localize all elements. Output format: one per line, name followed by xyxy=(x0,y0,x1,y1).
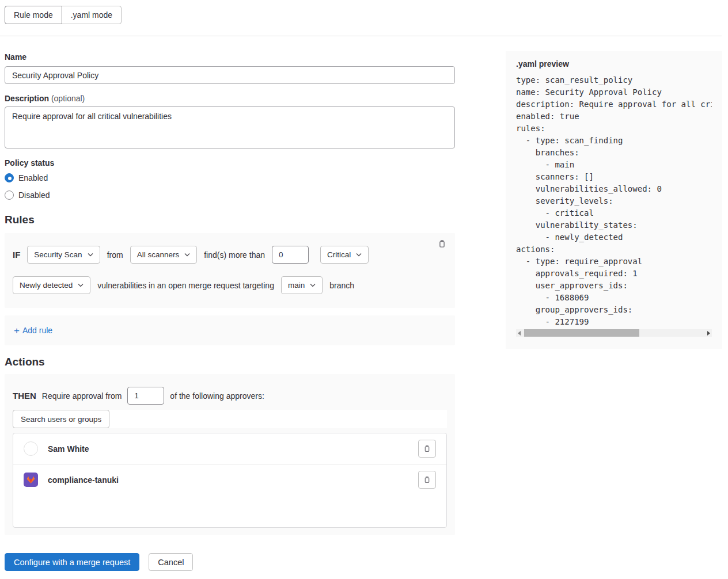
chevron-down-icon xyxy=(184,253,190,257)
then-row: THEN Require approval from of the follow… xyxy=(13,387,447,405)
approver-search-input[interactable]: Search users or groups xyxy=(13,410,109,428)
scroll-right-arrow-icon[interactable] xyxy=(707,331,710,336)
trash-icon xyxy=(423,475,431,484)
tanuki-icon xyxy=(26,475,36,485)
approver-search-strip: Search users or groups xyxy=(13,410,447,428)
tab-yaml-mode[interactable]: .yaml mode xyxy=(62,6,122,24)
delete-rule-button[interactable] xyxy=(436,238,448,250)
scrollbar-thumb[interactable] xyxy=(524,329,639,337)
scan-type-dropdown[interactable]: Security Scan xyxy=(27,246,100,264)
scroll-left-arrow-icon[interactable] xyxy=(518,331,521,336)
yaml-preview-panel: .yaml preview type: scan_result_policy n… xyxy=(506,51,722,349)
disabled-radio[interactable] xyxy=(5,191,14,200)
enabled-radio[interactable] xyxy=(5,173,14,182)
remove-approver-button[interactable] xyxy=(418,440,436,458)
approver-name: compliance-tanuki xyxy=(48,475,119,485)
yaml-preview-code: type: scan_result_policy name: Security … xyxy=(516,74,712,328)
disabled-radio-label: Disabled xyxy=(18,191,50,200)
rule-line-2: Newly detected vulnerabilities in an ope… xyxy=(13,276,447,294)
action-card: THEN Require approval from of the follow… xyxy=(5,374,455,535)
following-approvers-label: of the following approvers: xyxy=(170,391,264,401)
mode-segmented-control: Rule mode .yaml mode xyxy=(5,6,122,24)
policy-form: Name Description (optional) Require appr… xyxy=(5,52,455,535)
chevron-down-icon xyxy=(88,253,93,257)
scanners-dropdown[interactable]: All scanners xyxy=(130,246,198,264)
vulnerabilities-allowed-input[interactable] xyxy=(272,246,309,264)
if-keyword: IF xyxy=(13,250,20,260)
scanners-value: All scanners xyxy=(137,250,180,259)
radio-row-enabled: Enabled xyxy=(5,171,455,185)
description-textarea[interactable]: Require approval for all critical vulner… xyxy=(5,106,455,148)
approver-name: Sam White xyxy=(48,444,89,454)
branch-label: branch xyxy=(329,281,354,290)
rule-card: IF Security Scan from All scanners find(… xyxy=(5,233,455,308)
approver-list: Sam White compli xyxy=(13,433,447,528)
remove-approver-button[interactable] xyxy=(418,471,436,489)
vulnerability-state-value: Newly detected xyxy=(20,281,73,290)
add-rule-button[interactable]: + Add rule xyxy=(14,326,52,336)
require-approval-label: Require approval from xyxy=(42,391,122,401)
configure-merge-request-button[interactable]: Configure with a merge request xyxy=(5,553,139,571)
branch-value: main xyxy=(288,281,305,290)
plus-icon: + xyxy=(14,326,20,336)
approver-row-sam-white: Sam White xyxy=(13,433,446,464)
scan-type-value: Security Scan xyxy=(34,250,82,259)
rules-heading: Rules xyxy=(5,214,455,226)
tab-rule-mode[interactable]: Rule mode xyxy=(5,6,62,24)
from-label: from xyxy=(107,250,123,260)
targeting-label: vulnerabilities in an open merge request… xyxy=(97,281,274,290)
description-label: Description (optional) xyxy=(5,94,455,103)
then-keyword: THEN xyxy=(13,391,36,401)
vulnerability-state-dropdown[interactable]: Newly detected xyxy=(13,276,90,294)
description-optional-text: (optional) xyxy=(51,94,85,103)
severity-value: Critical xyxy=(327,250,351,259)
form-footer: Configure with a merge request Cancel xyxy=(0,553,728,571)
add-rule-section: + Add rule xyxy=(5,315,455,345)
cancel-button[interactable]: Cancel xyxy=(149,553,193,571)
horizontal-scrollbar[interactable] xyxy=(516,329,712,337)
name-input[interactable] xyxy=(5,66,455,84)
branch-dropdown[interactable]: main xyxy=(281,276,323,294)
actions-heading: Actions xyxy=(5,356,455,368)
radio-row-disabled: Disabled xyxy=(5,188,455,202)
policy-status-label: Policy status xyxy=(5,158,455,167)
header-divider xyxy=(0,36,722,36)
yaml-preview-title: .yaml preview xyxy=(516,59,712,68)
trash-icon xyxy=(437,239,447,249)
chevron-down-icon xyxy=(356,253,362,257)
enabled-radio-label: Enabled xyxy=(18,173,48,182)
user-avatar xyxy=(24,441,38,456)
approvals-required-input[interactable] xyxy=(127,387,164,405)
rule-line-1: IF Security Scan from All scanners find(… xyxy=(13,246,447,264)
name-label: Name xyxy=(5,52,455,62)
chevron-down-icon xyxy=(310,283,316,287)
approver-row-compliance-tanuki: compliance-tanuki xyxy=(13,464,446,495)
editor-content: Name Description (optional) Require appr… xyxy=(0,52,728,535)
find-more-than-label: find(s) more than xyxy=(204,250,265,260)
severity-dropdown[interactable]: Critical xyxy=(320,246,369,264)
group-avatar xyxy=(24,473,38,487)
add-rule-label: Add rule xyxy=(22,326,52,335)
chevron-down-icon xyxy=(78,283,84,287)
description-label-text: Description xyxy=(5,94,49,103)
mode-switcher-area: Rule mode .yaml mode xyxy=(0,0,728,24)
trash-icon xyxy=(423,444,431,453)
